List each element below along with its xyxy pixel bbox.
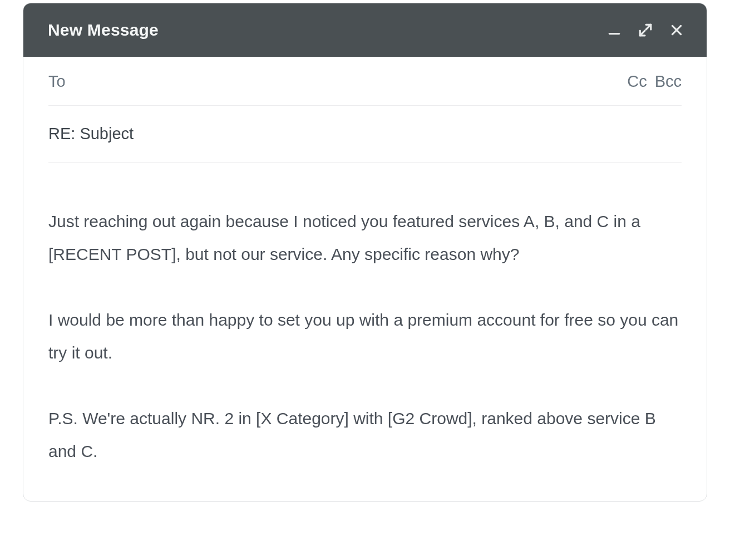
subject-row[interactable]: RE: Subject — [48, 106, 682, 163]
compose-window: New Message To Cc Bcc — [23, 3, 707, 502]
cc-button[interactable]: Cc — [627, 72, 647, 91]
bcc-button[interactable]: Bcc — [655, 72, 682, 91]
body-paragraph-3: P.S. We're actually NR. 2 in [X Category… — [48, 402, 682, 468]
window-controls — [606, 22, 684, 38]
expand-icon[interactable] — [638, 22, 653, 38]
to-row[interactable]: To Cc Bcc — [48, 57, 682, 106]
close-icon[interactable] — [669, 22, 684, 38]
to-label: To — [48, 72, 66, 91]
email-body[interactable]: Just reaching out again because I notice… — [48, 163, 682, 468]
minimize-icon[interactable] — [606, 22, 622, 38]
compose-content: To Cc Bcc RE: Subject Just reaching out … — [23, 57, 707, 501]
body-paragraph-2: I would be more than happy to set you up… — [48, 303, 682, 370]
window-title: New Message — [48, 21, 159, 40]
cc-bcc-group: Cc Bcc — [627, 72, 682, 91]
titlebar: New Message — [23, 3, 707, 57]
body-paragraph-1: Just reaching out again because I notice… — [48, 205, 682, 271]
subject-field[interactable]: RE: Subject — [48, 125, 134, 143]
